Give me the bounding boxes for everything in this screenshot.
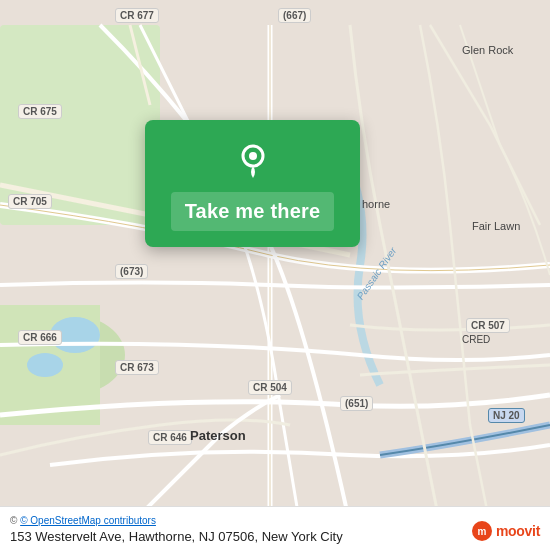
bottom-bar: © © OpenStreetMap contributors 153 Weste… [0,506,550,550]
svg-point-4 [27,353,63,377]
map-svg [0,0,550,550]
svg-text:m: m [477,526,486,537]
take-me-there-button[interactable]: Take me there [171,192,335,231]
location-card: Take me there [145,120,360,247]
map-container: CR 677 (667) CR 675 CR 705 (673) CR 666 … [0,0,550,550]
copyright-text: © © OpenStreetMap contributors [10,515,540,526]
svg-point-6 [249,152,257,160]
moovit-icon: m [471,520,493,542]
location-pin-icon [231,138,275,182]
svg-point-3 [50,317,100,353]
address-text: 153 Westervelt Ave, Hawthorne, NJ 07506,… [10,529,540,544]
moovit-logo: m moovit [471,520,540,542]
moovit-text: moovit [496,523,540,539]
cred-label: CRED [462,334,490,345]
osm-link[interactable]: © OpenStreetMap contributors [20,515,156,526]
